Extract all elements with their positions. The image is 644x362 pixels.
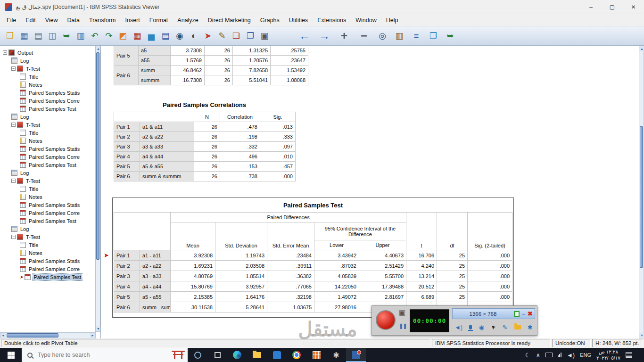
select-last-output-icon[interactable]: ➤ <box>201 29 215 43</box>
pause-button[interactable]: ❚❚ <box>399 323 406 329</box>
start-button[interactable] <box>0 348 22 362</box>
goto-data-icon[interactable]: ▦ <box>130 29 144 43</box>
paired-samples-correlations-block[interactable]: Paired Samples Correlations NCorrelation… <box>114 101 295 181</box>
recall-dialogs-icon[interactable]: ▥ <box>74 29 88 43</box>
file-explorer-icon[interactable] <box>247 348 267 362</box>
store-icon[interactable] <box>267 348 287 362</box>
menu-edit[interactable]: Edit <box>21 16 41 25</box>
insert-title-icon[interactable]: ❐ <box>243 29 257 43</box>
tree-item-notes[interactable]: Notes <box>1 81 94 89</box>
new-document-icon[interactable]: ❐ <box>426 29 440 43</box>
tree-item-notes[interactable]: Notes <box>1 193 94 201</box>
volume-icon[interactable]: ◄) <box>567 352 575 359</box>
record-button[interactable] <box>376 310 396 330</box>
menu-utilities[interactable]: Utilities <box>284 16 313 25</box>
scroll-thumb[interactable] <box>7 333 58 337</box>
webcam-icon[interactable]: ◉ <box>479 324 484 331</box>
scroll-down-icon[interactable]: ▼ <box>639 333 644 338</box>
spss-data-icon[interactable] <box>306 348 326 362</box>
tree-expander-icon[interactable]: − <box>11 235 16 239</box>
search-input[interactable] <box>37 351 136 359</box>
clock[interactable]: ١٢:٢٨ ص ٢٠٢٢/٠٥/١٧ <box>596 349 620 361</box>
tree-item-t-test[interactable]: −T-Test <box>1 65 94 73</box>
scroll-right-icon[interactable]: ► <box>90 333 95 338</box>
save-icon[interactable]: ▦ <box>17 29 31 43</box>
scroll-left-icon[interactable]: ◄ <box>0 333 6 338</box>
tree-expander-icon[interactable]: − <box>3 50 7 55</box>
tree-item-log[interactable]: Log <box>1 57 94 65</box>
focus-assist-moon-icon[interactable]: ☾ <box>525 352 531 359</box>
cortana-icon[interactable] <box>188 348 207 362</box>
pencil-icon[interactable]: ✎ <box>503 324 508 331</box>
goto-chart-icon[interactable]: ◩ <box>116 29 130 43</box>
tree-item-paired-samples-test[interactable]: Paired Samples Test <box>1 161 94 169</box>
tree-item-title[interactable]: Title <box>1 73 94 81</box>
recorder-minimize-button[interactable]: – <box>522 310 525 317</box>
language-indicator[interactable]: ENG <box>580 352 591 358</box>
insert-chart-icon[interactable]: ▅ <box>144 29 158 43</box>
tree-item-notes[interactable]: Notes <box>1 137 94 145</box>
forward-icon[interactable]: → <box>316 29 333 43</box>
tree-item-log[interactable]: Log <box>1 113 94 121</box>
menu-help[interactable]: Help <box>381 16 403 25</box>
tree-item-paired-samples-statis[interactable]: Paired Samples Statis <box>1 89 94 97</box>
tree-item-title[interactable]: Title <box>1 241 94 249</box>
print-icon[interactable]: ▤ <box>31 29 45 43</box>
print-preview-icon[interactable]: ◫ <box>45 29 59 43</box>
tree-item-paired-samples-test[interactable]: ➤Paired Samples Test <box>1 273 94 281</box>
menu-file[interactable]: File <box>2 16 21 25</box>
screenshot-icon[interactable]: ▣ <box>257 29 272 43</box>
variables-icon[interactable]: ▤ <box>158 29 173 43</box>
tree-item-paired-samples-corre[interactable]: Paired Samples Corre <box>1 265 94 273</box>
outline-horizontal-scrollbar[interactable]: ◄ ► <box>0 332 96 338</box>
scroll-up-icon[interactable]: ▲ <box>96 46 101 51</box>
tree-item-t-test[interactable]: −T-Test <box>1 233 94 241</box>
open-file-icon[interactable]: ❒ <box>3 29 17 43</box>
glossary-icon[interactable]: ▥ <box>392 29 406 43</box>
find-icon[interactable]: ◉ <box>173 29 187 43</box>
menu-window[interactable]: Window <box>351 16 381 25</box>
tree-item-paired-samples-test[interactable]: Paired Samples Test <box>1 217 94 225</box>
tree-expander-icon[interactable]: − <box>11 179 16 183</box>
spss-viewer-icon[interactable] <box>346 348 366 362</box>
tree-expander-icon[interactable]: − <box>11 66 16 71</box>
export-icon[interactable]: ➥ <box>443 29 457 43</box>
taskbar-search[interactable] <box>22 348 188 362</box>
scroll-thumb[interactable] <box>96 52 99 260</box>
tree-item-paired-samples-statis[interactable]: Paired Samples Statis <box>1 201 94 209</box>
insert-heading-icon[interactable]: ❏ <box>229 29 243 43</box>
settings-icon[interactable]: ✱ <box>326 348 346 362</box>
microphone-icon[interactable] <box>469 325 472 329</box>
tree-item-paired-samples-corre[interactable]: Paired Samples Corre <box>1 97 94 105</box>
folder-icon[interactable] <box>514 325 521 329</box>
tree-item-paired-samples-statis[interactable]: Paired Samples Statis <box>1 257 94 265</box>
scroll-down-icon[interactable]: ▼ <box>96 326 101 331</box>
tree-item-t-test[interactable]: −T-Test <box>1 177 94 185</box>
menu-extensions[interactable]: Extensions <box>313 16 351 25</box>
gear-icon[interactable]: ✱ <box>528 324 533 331</box>
undo-icon[interactable]: ↶ <box>88 29 102 43</box>
menu-transform[interactable]: Transform <box>84 16 121 25</box>
camera-icon[interactable]: ▣ <box>399 308 405 317</box>
tree-item-title[interactable]: Title <box>1 129 94 137</box>
task-view-icon[interactable] <box>207 348 227 362</box>
cursor-icon[interactable]: ➤ <box>489 323 497 331</box>
menu-view[interactable]: View <box>41 16 63 25</box>
menu-direct-marketing[interactable]: Direct Marketing <box>203 16 256 25</box>
redo-icon[interactable]: ↷ <box>102 29 116 43</box>
chrome-icon[interactable] <box>287 348 306 362</box>
edge-icon[interactable] <box>227 348 247 362</box>
paired-samples-statistics-table[interactable]: Pair 5a53.7308261.31325.25755a551.576926… <box>114 46 308 85</box>
tree-item-paired-samples-corre[interactable]: Paired Samples Corre <box>1 209 94 217</box>
designate-window-icon[interactable]: ✎ <box>215 29 229 43</box>
maximize-button[interactable]: ▢ <box>602 0 623 14</box>
stop-button[interactable] <box>514 311 520 317</box>
content-vertical-scrollbar[interactable]: ▲ ▼ <box>639 46 644 338</box>
back-icon[interactable]: ← <box>296 29 313 43</box>
tree-item-t-test[interactable]: −T-Test <box>1 121 94 129</box>
paired-samples-test-block[interactable]: Paired Samples Test Paired Differencestd… <box>112 197 514 318</box>
demote-icon[interactable]: − <box>355 29 372 43</box>
zoom-icon[interactable]: ◎ <box>375 29 389 43</box>
menu-data[interactable]: Data <box>63 16 84 25</box>
recorder-close-button[interactable]: ✖ <box>528 310 533 317</box>
